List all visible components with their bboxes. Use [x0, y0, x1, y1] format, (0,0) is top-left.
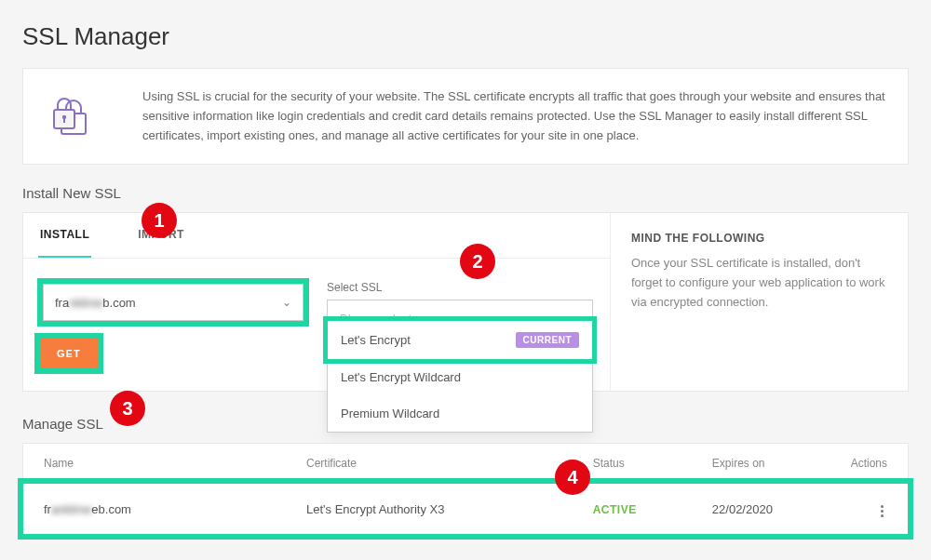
annotation-badge-3: 3 — [110, 391, 145, 426]
chevron-down-icon: ⌄ — [282, 296, 291, 309]
page-title: SSL Manager — [22, 22, 909, 51]
install-panel: INSTALL IMPORT franklinwb.com ⌄ GET — [22, 212, 909, 392]
th-certificate: Certificate — [306, 457, 593, 470]
mind-text: Once your SSL certificate is installed, … — [631, 254, 887, 312]
ssl-option-label: Let's Encrypt — [341, 333, 411, 347]
ssl-option-lets-encrypt-wildcard[interactable]: Let's Encrypt Wildcard — [328, 359, 592, 395]
ssl-option-lets-encrypt[interactable]: Let's Encrypt CURRENT — [328, 321, 592, 359]
install-section-title: Install New SSL — [22, 185, 909, 201]
select-ssl-label: Select SSL — [327, 281, 593, 294]
select-domain-value: franklinwb.com — [55, 296, 136, 310]
mind-panel: MIND THE FOLLOWING Once your SSL certifi… — [610, 213, 908, 391]
annotation-badge-1: 1 — [142, 203, 177, 238]
ssl-dropdown: Let's Encrypt CURRENT Let's Encrypt Wild… — [327, 320, 593, 433]
th-name: Name — [44, 457, 306, 470]
table-row: franklinweb.com Let's Encrypt Authority … — [23, 484, 908, 534]
install-tabs: INSTALL IMPORT — [23, 213, 610, 259]
th-status: Status — [593, 457, 712, 470]
current-badge: CURRENT — [516, 332, 579, 348]
info-text: Using SSL is crucial for the security of… — [142, 87, 885, 145]
cell-name: franklinweb.com — [44, 502, 306, 516]
th-expires: Expires on — [712, 457, 831, 470]
lock-icon — [46, 90, 98, 142]
info-card: Using SSL is crucial for the security of… — [22, 68, 909, 165]
ssl-option-label: Premium Wildcard — [341, 407, 439, 420]
tab-install[interactable]: INSTALL — [38, 213, 91, 258]
cell-expires: 22/02/2020 — [712, 502, 831, 516]
svg-rect-3 — [63, 118, 65, 123]
manage-table: Name Certificate Status Expires on Actio… — [22, 443, 909, 535]
actions-menu-button[interactable] — [877, 501, 887, 521]
ssl-option-premium-wildcard[interactable]: Premium Wildcard — [328, 395, 592, 432]
status-badge: ACTIVE — [593, 503, 637, 516]
select-domain[interactable]: franklinwb.com ⌄ — [43, 284, 304, 321]
mind-title: MIND THE FOLLOWING — [631, 232, 887, 245]
cell-certificate: Let's Encrypt Authority X3 — [306, 502, 593, 516]
annotation-badge-4: 4 — [555, 460, 590, 495]
get-button[interactable]: GET — [40, 339, 98, 368]
th-actions: Actions — [831, 457, 887, 470]
table-header: Name Certificate Status Expires on Actio… — [23, 444, 908, 484]
annotation-badge-2: 2 — [460, 244, 495, 279]
ssl-option-label: Let's Encrypt Wildcard — [341, 370, 461, 384]
